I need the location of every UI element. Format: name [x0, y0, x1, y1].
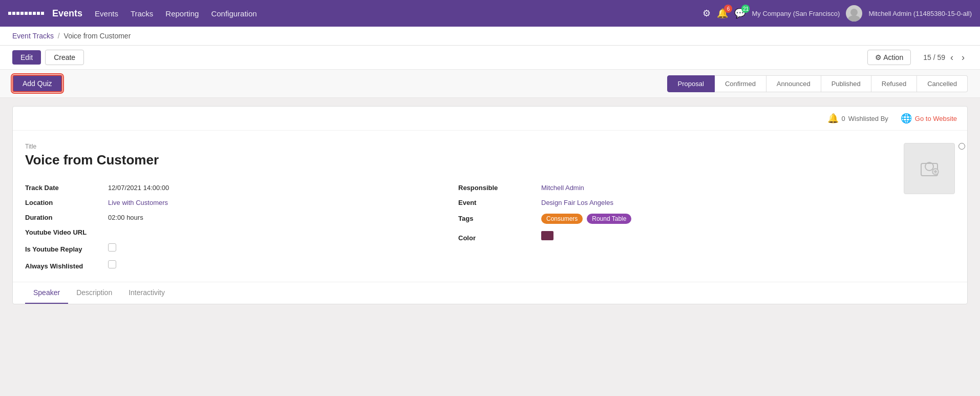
record-card: 🔔 0 Wishlisted By 🌐 Go to Website Title … — [12, 106, 968, 304]
form-fields: Track Date 12/07/2021 14:00:00 Location … — [25, 180, 891, 274]
secondary-toolbar: Add Quiz Proposal Confirmed Announced Pu… — [0, 70, 980, 98]
form-main: Title Voice from Customer Track Date 12/… — [25, 143, 891, 274]
status-announced[interactable]: Announced — [766, 75, 821, 92]
pagination-text: 15 / 59 — [923, 53, 945, 61]
status-proposal[interactable]: Proposal — [667, 75, 715, 92]
svg-point-1 — [848, 15, 860, 22]
apps-grid-icon[interactable] — [8, 12, 44, 15]
nav-tracks[interactable]: Tracks — [131, 9, 153, 18]
duration-label: Duration — [25, 214, 102, 221]
nav-configuration[interactable]: Configuration — [211, 9, 257, 18]
tag-round-table[interactable]: Round Table — [587, 214, 631, 224]
top-navigation: Events Events Tracks Reporting Configura… — [0, 0, 980, 27]
go-to-website-button[interactable]: 🌐 Go to Website — [901, 113, 957, 124]
notification-badge: 6 — [724, 5, 732, 13]
main-content: 🔔 0 Wishlisted By 🌐 Go to Website Title … — [0, 98, 980, 312]
status-cancelled[interactable]: Cancelled — [917, 75, 968, 92]
breadcrumb-parent[interactable]: Event Tracks — [12, 32, 54, 40]
tab-interactivity[interactable]: Interactivity — [120, 282, 173, 304]
always-wishlisted-checkbox[interactable] — [108, 260, 116, 268]
pagination-prev-button[interactable]: ‹ — [947, 51, 956, 64]
breadcrumb-separator: / — [58, 32, 60, 40]
location-field: Location Live with Customers — [25, 195, 458, 210]
messages-icon[interactable]: 💬 21 — [734, 8, 745, 19]
event-value[interactable]: Design Fair Los Angeles — [541, 199, 613, 206]
main-toolbar: Edit Create ⚙ Action 15 / 59 ‹ › — [0, 46, 980, 70]
card-form: Title Voice from Customer Track Date 12/… — [13, 131, 967, 282]
website-label: Go to Website — [915, 115, 957, 122]
color-field: Color — [458, 227, 891, 245]
card-topbar: 🔔 0 Wishlisted By 🌐 Go to Website — [13, 107, 967, 131]
track-date-field: Track Date 12/07/2021 14:00:00 — [25, 180, 458, 195]
add-quiz-button[interactable]: Add Quiz — [12, 75, 62, 92]
star-icon[interactable]: ⚙ — [702, 8, 711, 19]
duration-value: 02:00 hours — [108, 214, 143, 221]
nav-reporting[interactable]: Reporting — [165, 9, 199, 18]
location-label: Location — [25, 199, 102, 206]
wishlist-count: 0 — [842, 115, 845, 122]
image-placeholder[interactable] — [904, 143, 955, 194]
youtube-url-label: Youtube Video URL — [25, 228, 102, 236]
wishlist-info: 🔔 0 Wishlisted By — [827, 113, 888, 124]
wishlist-label: Wishlisted By — [848, 115, 888, 122]
tags-label: Tags — [458, 215, 535, 222]
is-youtube-replay-field: Is Youtube Replay — [25, 240, 458, 257]
event-field: Event Design Fair Los Angeles — [458, 195, 891, 210]
image-area — [904, 143, 955, 274]
create-button[interactable]: Create — [45, 50, 84, 65]
brand-label: Events — [52, 8, 82, 19]
color-label: Color — [458, 234, 535, 242]
is-youtube-replay-checkbox[interactable] — [108, 243, 116, 252]
responsible-field: Responsible Mitchell Admin — [458, 180, 891, 195]
track-date-value: 12/07/2021 14:00:00 — [108, 184, 169, 192]
card-tabs: Speaker Description Interactivity — [13, 282, 967, 304]
location-value[interactable]: Live with Customers — [108, 199, 168, 206]
track-date-label: Track Date — [25, 184, 102, 192]
company-name: My Company (San Francisco) — [752, 10, 840, 17]
tags-field: Tags Consumers Round Table — [458, 210, 891, 227]
status-published[interactable]: Published — [821, 75, 871, 92]
tag-consumers[interactable]: Consumers — [541, 214, 583, 224]
image-radio[interactable] — [958, 143, 965, 150]
color-value — [541, 231, 553, 240]
always-wishlisted-label: Always Wishlisted — [25, 262, 102, 270]
action-button[interactable]: ⚙ Action — [867, 50, 911, 65]
user-name: Mitchell Admin (11485380-15-0-all) — [868, 10, 972, 17]
nav-events[interactable]: Events — [95, 9, 118, 18]
left-fields: Track Date 12/07/2021 14:00:00 Location … — [25, 180, 458, 274]
status-refused[interactable]: Refused — [871, 75, 917, 92]
tab-description[interactable]: Description — [68, 282, 120, 304]
edit-button[interactable]: Edit — [12, 50, 41, 65]
notification-bell-icon[interactable]: 🔔 6 — [717, 8, 728, 19]
always-wishlisted-field: Always Wishlisted — [25, 257, 458, 274]
is-youtube-replay-label: Is Youtube Replay — [25, 245, 102, 253]
duration-field: Duration 02:00 hours — [25, 210, 458, 225]
status-bar: Proposal Confirmed Announced Published R… — [667, 75, 968, 92]
event-label: Event — [458, 199, 535, 206]
responsible-label: Responsible — [458, 184, 535, 192]
breadcrumb: Event Tracks / Voice from Customer — [0, 27, 980, 46]
avatar[interactable] — [846, 5, 862, 22]
svg-point-0 — [850, 9, 858, 16]
status-confirmed[interactable]: Confirmed — [715, 75, 766, 92]
topnav-right: ⚙ 🔔 6 💬 21 My Company (San Francisco) Mi… — [702, 5, 972, 22]
title-value: Voice from Customer — [25, 152, 891, 168]
globe-icon: 🌐 — [901, 113, 912, 124]
tab-speaker[interactable]: Speaker — [25, 282, 68, 304]
pagination: 15 / 59 ‹ › — [923, 51, 968, 64]
right-fields: Responsible Mitchell Admin Event Design … — [458, 180, 891, 274]
pagination-next-button[interactable]: › — [958, 51, 968, 64]
nav-links: Events Tracks Reporting Configuration — [95, 9, 698, 18]
title-label: Title — [25, 143, 891, 150]
wishlist-bell-icon: 🔔 — [827, 113, 839, 124]
youtube-url-field: Youtube Video URL — [25, 225, 458, 240]
tags-value: Consumers Round Table — [541, 214, 633, 224]
messages-badge: 21 — [741, 5, 750, 13]
breadcrumb-current: Voice from Customer — [64, 32, 131, 40]
responsible-value[interactable]: Mitchell Admin — [541, 184, 584, 192]
